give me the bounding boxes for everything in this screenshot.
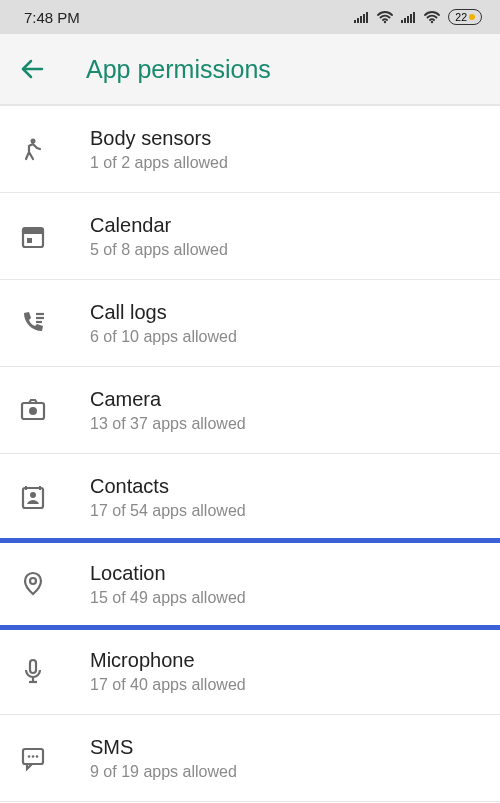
- contacts-icon: [20, 484, 72, 510]
- permission-text: SMS9 of 19 apps allowed: [90, 735, 237, 781]
- permission-title: Camera: [90, 387, 246, 411]
- wifi-icon: [377, 11, 393, 24]
- permission-text: Microphone17 of 40 apps allowed: [90, 648, 246, 694]
- permission-row-contacts[interactable]: Contacts17 of 54 apps allowed: [0, 454, 500, 541]
- permission-row-camera[interactable]: Camera13 of 37 apps allowed: [0, 367, 500, 454]
- battery-percent: 22: [455, 10, 467, 25]
- permission-title: Microphone: [90, 648, 246, 672]
- sms-icon: [20, 745, 72, 771]
- signal-icon: [401, 11, 416, 24]
- permission-row-calendar[interactable]: Calendar5 of 8 apps allowed: [0, 193, 500, 280]
- body-sensors-icon: [20, 136, 72, 162]
- back-button[interactable]: [20, 45, 68, 93]
- camera-icon: [20, 397, 72, 423]
- page-title: App permissions: [86, 55, 271, 84]
- permission-row-call-logs[interactable]: Call logs6 of 10 apps allowed: [0, 280, 500, 367]
- status-time: 7:48 PM: [24, 9, 80, 26]
- permission-subtitle: 17 of 54 apps allowed: [90, 502, 246, 520]
- permission-subtitle: 5 of 8 apps allowed: [90, 241, 228, 259]
- signal-icon: [354, 11, 369, 24]
- permission-title: SMS: [90, 735, 237, 759]
- permission-title: Calendar: [90, 213, 228, 237]
- permission-title: Body sensors: [90, 126, 228, 150]
- status-right: 22: [354, 9, 482, 25]
- permission-text: Call logs6 of 10 apps allowed: [90, 300, 237, 346]
- permission-row-body-sensors[interactable]: Body sensors1 of 2 apps allowed: [0, 106, 500, 193]
- permission-text: Calendar5 of 8 apps allowed: [90, 213, 228, 259]
- permission-title: Location: [90, 561, 246, 585]
- microphone-icon: [20, 658, 72, 684]
- location-icon: [20, 571, 72, 597]
- battery-dot-icon: [469, 14, 475, 20]
- call-logs-icon: [20, 310, 72, 336]
- permission-title: Call logs: [90, 300, 237, 324]
- permission-text: Camera13 of 37 apps allowed: [90, 387, 246, 433]
- wifi-icon: [424, 11, 440, 24]
- permissions-list: Body sensors1 of 2 apps allowedCalendar5…: [0, 106, 500, 803]
- permission-subtitle: 9 of 19 apps allowed: [90, 763, 237, 781]
- permission-row-microphone[interactable]: Microphone17 of 40 apps allowed: [0, 628, 500, 715]
- permission-subtitle: 6 of 10 apps allowed: [90, 328, 237, 346]
- status-bar: 7:48 PM 22: [0, 0, 500, 34]
- permission-text: Contacts17 of 54 apps allowed: [90, 474, 246, 520]
- permission-subtitle: 17 of 40 apps allowed: [90, 676, 246, 694]
- permission-title: Contacts: [90, 474, 246, 498]
- permission-subtitle: 15 of 49 apps allowed: [90, 589, 246, 607]
- permission-subtitle: 13 of 37 apps allowed: [90, 415, 246, 433]
- permission-row-sms[interactable]: SMS9 of 19 apps allowed: [0, 715, 500, 802]
- battery-indicator: 22: [448, 9, 482, 25]
- header: App permissions: [0, 34, 500, 106]
- app-permissions-screen: 7:48 PM 22 App permissions Body sensors1…: [0, 0, 500, 803]
- permission-text: Location15 of 49 apps allowed: [90, 561, 246, 607]
- permission-subtitle: 1 of 2 apps allowed: [90, 154, 228, 172]
- permission-row-location[interactable]: Location15 of 49 apps allowed: [0, 541, 500, 628]
- back-arrow-icon: [20, 57, 46, 81]
- calendar-icon: [20, 223, 72, 249]
- permission-text: Body sensors1 of 2 apps allowed: [90, 126, 228, 172]
